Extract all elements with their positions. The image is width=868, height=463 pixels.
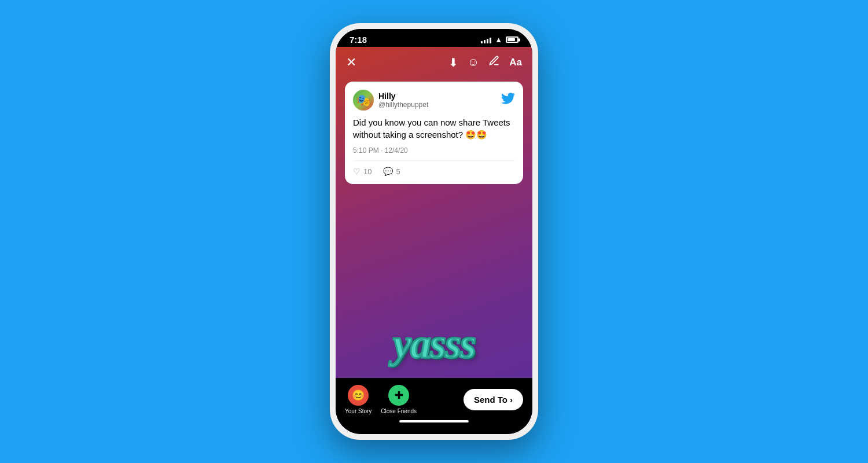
twitter-bird-icon [501, 91, 515, 109]
heart-icon: ♡ [353, 167, 361, 176]
tweet-actions: ♡ 10 💬 5 [353, 167, 515, 176]
close-friends-icon: ✚ [388, 385, 409, 406]
user-name: Hilly [378, 91, 428, 101]
phone-frame: 7:18 ▲ ✕ [330, 23, 538, 440]
user-handle: @hillythepuppet [378, 101, 428, 109]
close-button[interactable]: ✕ [346, 56, 356, 69]
signal-icon [481, 36, 491, 43]
tweet-likes[interactable]: ♡ 10 [353, 167, 372, 176]
tweet-user: 🎭 Hilly @hillythepuppet [353, 90, 428, 111]
topbar-left: ✕ [346, 56, 356, 69]
tweet-header: 🎭 Hilly @hillythepuppet [353, 90, 515, 111]
status-time: 7:18 [350, 35, 367, 45]
bottom-actions: 😊 Your Story ✚ Close Friends Send To [345, 385, 523, 414]
story-bottombar: 😊 Your Story ✚ Close Friends Send To [336, 378, 532, 434]
status-icons: ▲ [481, 35, 518, 44]
close-friends-option[interactable]: ✚ Close Friends [381, 385, 417, 414]
tweet-comments[interactable]: 💬 5 [383, 167, 400, 176]
yasss-sticker[interactable]: yasss [393, 323, 475, 365]
your-story-option[interactable]: 😊 Your Story [345, 385, 372, 414]
text-style-icon[interactable]: Aa [509, 57, 522, 68]
story-topbar: ✕ ⬇ ☺ Aa [336, 47, 532, 78]
comments-count: 5 [396, 167, 400, 176]
download-icon[interactable]: ⬇ [448, 56, 458, 69]
close-friends-label: Close Friends [381, 408, 417, 414]
yasss-text: yasss [393, 321, 475, 367]
home-indicator [399, 420, 469, 422]
tweet-text: Did you know you can now share Tweets wi… [353, 116, 515, 141]
tweet-card: 🎭 Hilly @hillythepuppet Did you know you [345, 82, 523, 184]
story-content: ✕ ⬇ ☺ Aa 🎭 [336, 47, 532, 434]
send-to-arrow-icon: › [510, 395, 513, 405]
tweet-timestamp: 5:10 PM · 12/4/20 [353, 146, 515, 161]
sticker-icon[interactable]: ☺ [468, 56, 479, 69]
wifi-icon: ▲ [495, 35, 502, 44]
likes-count: 10 [363, 167, 372, 176]
send-to-button[interactable]: Send To › [464, 389, 523, 410]
phone-screen: 7:18 ▲ ✕ [336, 29, 532, 434]
avatar: 🎭 [353, 90, 374, 111]
your-story-label: Your Story [345, 408, 372, 414]
comment-icon: 💬 [383, 167, 393, 176]
handwriting-icon[interactable] [488, 55, 500, 69]
battery-icon [506, 36, 518, 43]
phone-notch [396, 29, 472, 45]
your-story-icon: 😊 [348, 385, 369, 406]
user-info: Hilly @hillythepuppet [378, 91, 428, 109]
bottom-left: 😊 Your Story ✚ Close Friends [345, 385, 417, 414]
send-to-label: Send To [474, 395, 507, 405]
topbar-right: ⬇ ☺ Aa [448, 55, 522, 69]
